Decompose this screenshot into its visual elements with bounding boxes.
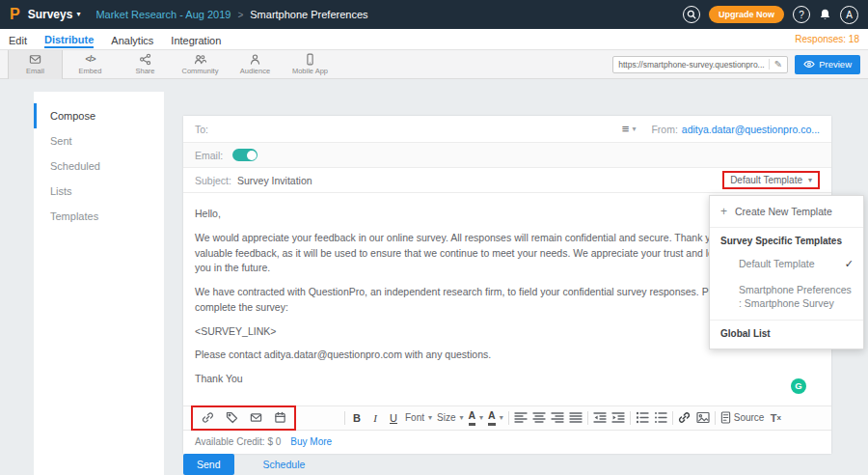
background-color-icon: A xyxy=(488,410,496,426)
email-sidebar: Compose Sent Scheduled Lists Templates xyxy=(34,92,164,475)
plus-icon: + xyxy=(720,205,727,218)
chevron-down-icon: ▾ xyxy=(459,414,463,422)
sidebar-item-lists[interactable]: Lists xyxy=(34,179,164,204)
numbered-list-button[interactable] xyxy=(636,409,649,427)
upgrade-now-button[interactable]: Upgrade Now xyxy=(709,6,784,23)
size-dropdown-label: Size xyxy=(437,412,455,423)
toolbar-divider xyxy=(508,411,509,425)
menu-item-default-template[interactable]: Default Template ✓ xyxy=(710,251,863,277)
notifications-button[interactable] xyxy=(819,8,831,21)
select-list-button[interactable]: ≡ ▾ xyxy=(622,123,637,135)
channel-audience[interactable]: Audience xyxy=(228,50,283,79)
template-dropdown-menu: + Create New Template Survey Specific Te… xyxy=(709,195,864,349)
tab-edit[interactable]: Edit xyxy=(9,32,27,47)
subject-value: Survey Invitation xyxy=(237,175,312,186)
channel-label: Mobile App xyxy=(292,67,328,75)
envelope-icon xyxy=(250,411,262,424)
insert-link-button[interactable] xyxy=(678,409,692,427)
bold-button[interactable]: B xyxy=(350,409,364,427)
channel-label: Email xyxy=(26,67,44,75)
channel-email[interactable]: Email xyxy=(8,50,63,79)
edit-url-icon[interactable]: ✎ xyxy=(769,59,782,70)
channel-embed[interactable]: </> Embed xyxy=(63,50,118,79)
sidebar-item-templates[interactable]: Templates xyxy=(34,204,164,229)
template-dropdown-value: Default Template xyxy=(730,175,802,185)
tab-integration[interactable]: Integration xyxy=(171,32,221,47)
breadcrumb-separator: > xyxy=(237,10,243,20)
schedule-link[interactable]: Schedule xyxy=(263,459,306,470)
align-right-button[interactable] xyxy=(551,409,564,427)
decrease-indent-button[interactable] xyxy=(593,409,607,427)
channel-community[interactable]: Community xyxy=(173,50,228,79)
chevron-down-icon: ▾ xyxy=(808,177,812,184)
grammarly-icon[interactable]: G xyxy=(791,378,806,394)
menu-item-smartphone-template[interactable]: Smartphone Preferences : Smartphone Surv… xyxy=(710,277,863,321)
sidebar-item-sent[interactable]: Sent xyxy=(34,128,164,154)
questionpro-logo[interactable]: P xyxy=(10,6,20,23)
source-label: Source xyxy=(734,412,765,423)
remove-format-t: T xyxy=(771,412,777,424)
create-new-template-item[interactable]: + Create New Template xyxy=(710,196,863,228)
italic-button[interactable]: I xyxy=(368,409,382,427)
toolbar-divider xyxy=(630,411,631,425)
background-color-button[interactable]: A ▾ xyxy=(488,410,503,426)
email-icon xyxy=(29,53,41,66)
search-icon xyxy=(687,10,696,19)
insert-tag-button[interactable] xyxy=(225,409,238,427)
increase-indent-button[interactable] xyxy=(611,409,625,427)
chevron-down-icon: ▾ xyxy=(428,414,432,422)
toolbar-divider xyxy=(587,411,588,425)
breadcrumb-folder[interactable]: Market Research - Aug 2019 xyxy=(95,9,231,20)
list-menu-icon: ≡ xyxy=(622,123,630,135)
survey-url-input[interactable] xyxy=(618,60,769,70)
email-body-paragraph: Please contact aditya.datar@questionpro.… xyxy=(195,348,820,363)
mobile-icon xyxy=(304,53,316,66)
indent-increase-icon xyxy=(611,411,625,424)
user-avatar[interactable]: A xyxy=(840,6,858,24)
tab-distribute[interactable]: Distribute xyxy=(44,31,94,48)
chevron-down-icon: ▾ xyxy=(500,414,503,422)
align-center-button[interactable] xyxy=(532,409,546,427)
buy-more-link[interactable]: Buy More xyxy=(290,436,332,447)
insert-image-button[interactable] xyxy=(696,409,710,427)
surveys-menu-label: Surveys xyxy=(28,8,73,21)
sidebar-item-scheduled[interactable]: Scheduled xyxy=(34,154,164,179)
channel-share[interactable]: Share xyxy=(118,50,173,79)
to-input[interactable] xyxy=(214,124,622,135)
top-bar-actions: Upgrade Now ? A xyxy=(683,6,858,24)
subject-field-row[interactable]: Subject: Survey Invitation Default Templ… xyxy=(183,168,831,193)
insert-template-field-button[interactable] xyxy=(273,409,286,427)
chevron-down-icon: ▾ xyxy=(632,126,636,133)
align-justify-button[interactable] xyxy=(569,409,583,427)
editor-toolbar: B I U Font ▾ Size ▾ A ▾ A ▾ xyxy=(183,405,831,431)
email-toggle-switch[interactable] xyxy=(232,149,258,161)
text-color-button[interactable]: A ▾ xyxy=(469,410,484,426)
default-template-label: Default Template xyxy=(739,257,815,270)
font-dropdown[interactable]: Font ▾ xyxy=(405,412,432,423)
preview-button[interactable]: Preview xyxy=(795,55,860,74)
bullet-list-button[interactable] xyxy=(654,409,667,427)
tab-analytics[interactable]: Analytics xyxy=(111,32,153,47)
search-button[interactable] xyxy=(683,6,700,23)
text-color-icon: A xyxy=(469,410,476,426)
send-button[interactable]: Send xyxy=(183,454,234,475)
remove-format-button[interactable]: Tx xyxy=(769,409,782,427)
toolbar-divider xyxy=(344,411,345,425)
insert-survey-link-button[interactable] xyxy=(201,409,214,427)
align-left-icon xyxy=(514,411,528,424)
underline-button[interactable]: U xyxy=(387,409,400,427)
to-field-row[interactable]: To: ≡ ▾ From: aditya.datar@questionpro.c… xyxy=(183,116,831,143)
channel-label: Share xyxy=(135,67,154,75)
template-dropdown[interactable]: Default Template ▾ xyxy=(724,173,818,187)
help-button[interactable]: ? xyxy=(793,6,810,23)
size-dropdown[interactable]: Size ▾ xyxy=(437,412,463,423)
source-button[interactable]: Source xyxy=(720,409,765,427)
insert-email-field-button[interactable] xyxy=(249,409,262,427)
distribute-channel-bar: Email </> Embed Share Community Audience… xyxy=(0,50,868,79)
from-email-link[interactable]: aditya.datar@questionpro.co... xyxy=(682,124,820,135)
channel-mobile-app[interactable]: Mobile App xyxy=(283,50,338,79)
audience-icon xyxy=(249,53,261,66)
align-left-button[interactable] xyxy=(514,409,528,427)
sidebar-item-compose[interactable]: Compose xyxy=(34,103,164,128)
surveys-menu[interactable]: Surveys ▾ xyxy=(28,8,81,21)
